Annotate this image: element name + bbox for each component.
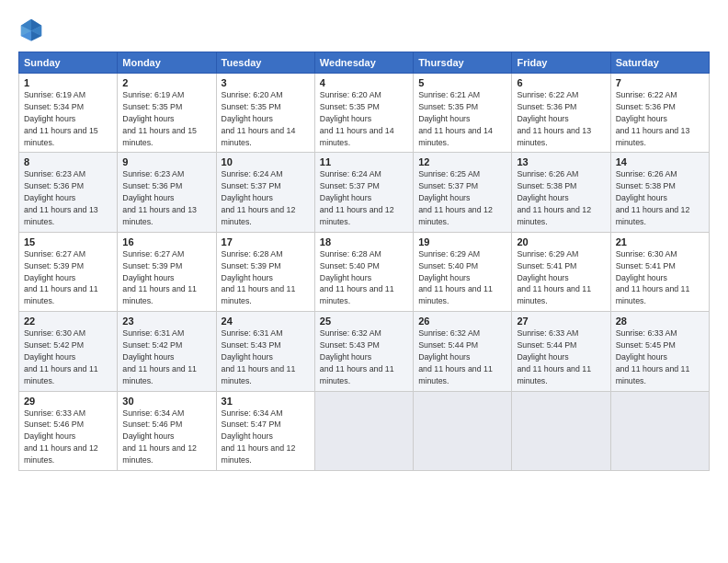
calendar-cell: 3 Sunrise: 6:20 AMSunset: 5:35 PMDayligh… <box>216 74 314 153</box>
calendar-cell: 15 Sunrise: 6:27 AMSunset: 5:39 PMDaylig… <box>19 232 118 311</box>
calendar-cell <box>314 391 413 470</box>
header <box>18 17 710 42</box>
calendar-cell: 25 Sunrise: 6:32 AMSunset: 5:43 PMDaylig… <box>314 312 413 391</box>
day-info: Sunrise: 6:30 AMSunset: 5:41 PMDaylight … <box>616 249 690 306</box>
calendar-cell: 31 Sunrise: 6:34 AMSunset: 5:47 PMDaylig… <box>216 391 314 470</box>
day-info: Sunrise: 6:34 AMSunset: 5:47 PMDaylight … <box>222 408 296 465</box>
calendar-cell: 27 Sunrise: 6:33 AMSunset: 5:44 PMDaylig… <box>512 312 610 391</box>
day-of-week-header: Wednesday <box>314 52 413 74</box>
calendar-cell: 4 Sunrise: 6:20 AMSunset: 5:35 PMDayligh… <box>314 74 413 153</box>
calendar-cell: 5 Sunrise: 6:21 AMSunset: 5:35 PMDayligh… <box>414 74 512 153</box>
day-info: Sunrise: 6:28 AMSunset: 5:40 PMDaylight … <box>320 249 394 306</box>
day-number: 20 <box>517 236 605 247</box>
calendar-cell: 29 Sunrise: 6:33 AMSunset: 5:46 PMDaylig… <box>19 391 118 470</box>
day-of-week-header: Tuesday <box>216 52 314 74</box>
calendar-cell: 18 Sunrise: 6:28 AMSunset: 5:40 PMDaylig… <box>314 232 413 311</box>
calendar-cell <box>610 391 709 470</box>
day-info: Sunrise: 6:32 AMSunset: 5:43 PMDaylight … <box>320 328 394 385</box>
calendar-cell: 9 Sunrise: 6:23 AMSunset: 5:36 PMDayligh… <box>118 153 216 232</box>
day-number: 19 <box>418 236 506 247</box>
day-number: 5 <box>418 77 506 88</box>
day-info: Sunrise: 6:25 AMSunset: 5:37 PMDaylight … <box>418 169 493 226</box>
day-number: 27 <box>517 316 605 327</box>
day-number: 7 <box>616 77 704 88</box>
page: SundayMondayTuesdayWednesdayThursdayFrid… <box>0 0 728 563</box>
logo-icon <box>18 17 44 42</box>
day-number: 17 <box>222 236 310 247</box>
calendar-cell: 24 Sunrise: 6:31 AMSunset: 5:43 PMDaylig… <box>216 312 314 391</box>
calendar-cell: 11 Sunrise: 6:24 AMSunset: 5:37 PMDaylig… <box>314 153 413 232</box>
day-info: Sunrise: 6:33 AMSunset: 5:45 PMDaylight … <box>616 328 690 385</box>
day-info: Sunrise: 6:28 AMSunset: 5:39 PMDaylight … <box>222 249 296 306</box>
day-number: 11 <box>320 156 408 167</box>
day-number: 6 <box>517 77 605 88</box>
calendar-table: SundayMondayTuesdayWednesdayThursdayFrid… <box>18 52 710 471</box>
calendar-cell: 6 Sunrise: 6:22 AMSunset: 5:36 PMDayligh… <box>512 74 610 153</box>
calendar-cell: 23 Sunrise: 6:31 AMSunset: 5:42 PMDaylig… <box>118 312 216 391</box>
day-info: Sunrise: 6:26 AMSunset: 5:38 PMDaylight … <box>517 169 591 226</box>
day-number: 22 <box>24 316 112 327</box>
calendar-cell: 28 Sunrise: 6:33 AMSunset: 5:45 PMDaylig… <box>610 312 709 391</box>
day-number: 25 <box>320 316 408 327</box>
day-number: 21 <box>616 236 704 247</box>
calendar-cell <box>512 391 610 470</box>
day-info: Sunrise: 6:33 AMSunset: 5:44 PMDaylight … <box>517 328 591 385</box>
day-info: Sunrise: 6:24 AMSunset: 5:37 PMDaylight … <box>320 169 394 226</box>
logo <box>18 17 48 42</box>
calendar-cell: 17 Sunrise: 6:28 AMSunset: 5:39 PMDaylig… <box>216 232 314 311</box>
day-number: 31 <box>222 396 310 407</box>
day-number: 2 <box>122 77 210 88</box>
day-info: Sunrise: 6:34 AMSunset: 5:46 PMDaylight … <box>122 408 197 465</box>
day-info: Sunrise: 6:21 AMSunset: 5:35 PMDaylight … <box>418 90 493 147</box>
day-info: Sunrise: 6:31 AMSunset: 5:42 PMDaylight … <box>122 328 197 385</box>
calendar-header-row: SundayMondayTuesdayWednesdayThursdayFrid… <box>19 52 710 74</box>
day-info: Sunrise: 6:20 AMSunset: 5:35 PMDaylight … <box>222 90 296 147</box>
day-info: Sunrise: 6:23 AMSunset: 5:36 PMDaylight … <box>122 169 197 226</box>
day-info: Sunrise: 6:27 AMSunset: 5:39 PMDaylight … <box>24 249 98 306</box>
day-number: 30 <box>122 396 210 407</box>
calendar-cell: 30 Sunrise: 6:34 AMSunset: 5:46 PMDaylig… <box>118 391 216 470</box>
calendar-week-row: 22 Sunrise: 6:30 AMSunset: 5:42 PMDaylig… <box>19 312 710 391</box>
calendar-cell: 2 Sunrise: 6:19 AMSunset: 5:35 PMDayligh… <box>118 74 216 153</box>
day-info: Sunrise: 6:19 AMSunset: 5:35 PMDaylight … <box>122 90 197 147</box>
calendar-week-row: 1 Sunrise: 6:19 AMSunset: 5:34 PMDayligh… <box>19 74 710 153</box>
day-of-week-header: Thursday <box>414 52 512 74</box>
calendar-week-row: 8 Sunrise: 6:23 AMSunset: 5:36 PMDayligh… <box>19 153 710 232</box>
day-number: 3 <box>222 77 310 88</box>
day-of-week-header: Saturday <box>610 52 709 74</box>
day-info: Sunrise: 6:27 AMSunset: 5:39 PMDaylight … <box>122 249 197 306</box>
day-info: Sunrise: 6:20 AMSunset: 5:35 PMDaylight … <box>320 90 394 147</box>
calendar-cell: 12 Sunrise: 6:25 AMSunset: 5:37 PMDaylig… <box>414 153 512 232</box>
day-of-week-header: Sunday <box>19 52 118 74</box>
day-number: 4 <box>320 77 408 88</box>
day-number: 13 <box>517 156 605 167</box>
calendar-cell: 14 Sunrise: 6:26 AMSunset: 5:38 PMDaylig… <box>610 153 709 232</box>
calendar-cell: 21 Sunrise: 6:30 AMSunset: 5:41 PMDaylig… <box>610 232 709 311</box>
day-info: Sunrise: 6:29 AMSunset: 5:41 PMDaylight … <box>517 249 591 306</box>
day-number: 29 <box>24 396 112 407</box>
calendar-cell: 20 Sunrise: 6:29 AMSunset: 5:41 PMDaylig… <box>512 232 610 311</box>
day-info: Sunrise: 6:32 AMSunset: 5:44 PMDaylight … <box>418 328 493 385</box>
calendar-week-row: 15 Sunrise: 6:27 AMSunset: 5:39 PMDaylig… <box>19 232 710 311</box>
day-info: Sunrise: 6:22 AMSunset: 5:36 PMDaylight … <box>517 90 591 147</box>
day-number: 10 <box>222 156 310 167</box>
day-info: Sunrise: 6:29 AMSunset: 5:40 PMDaylight … <box>418 249 493 306</box>
day-number: 1 <box>24 77 112 88</box>
day-number: 16 <box>122 236 210 247</box>
day-number: 23 <box>122 316 210 327</box>
day-info: Sunrise: 6:26 AMSunset: 5:38 PMDaylight … <box>616 169 690 226</box>
calendar-cell: 19 Sunrise: 6:29 AMSunset: 5:40 PMDaylig… <box>414 232 512 311</box>
calendar-cell: 1 Sunrise: 6:19 AMSunset: 5:34 PMDayligh… <box>19 74 118 153</box>
day-of-week-header: Friday <box>512 52 610 74</box>
day-number: 9 <box>122 156 210 167</box>
day-number: 28 <box>616 316 704 327</box>
day-number: 14 <box>616 156 704 167</box>
day-info: Sunrise: 6:23 AMSunset: 5:36 PMDaylight … <box>24 169 98 226</box>
calendar-cell: 22 Sunrise: 6:30 AMSunset: 5:42 PMDaylig… <box>19 312 118 391</box>
calendar-cell: 13 Sunrise: 6:26 AMSunset: 5:38 PMDaylig… <box>512 153 610 232</box>
day-info: Sunrise: 6:33 AMSunset: 5:46 PMDaylight … <box>24 408 98 465</box>
day-number: 18 <box>320 236 408 247</box>
calendar-cell: 8 Sunrise: 6:23 AMSunset: 5:36 PMDayligh… <box>19 153 118 232</box>
day-info: Sunrise: 6:30 AMSunset: 5:42 PMDaylight … <box>24 328 98 385</box>
day-info: Sunrise: 6:24 AMSunset: 5:37 PMDaylight … <box>222 169 296 226</box>
